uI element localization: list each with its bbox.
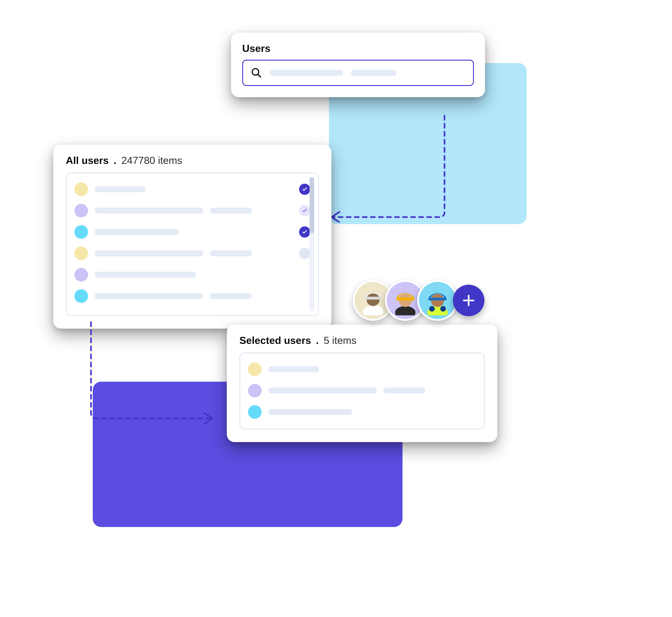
search-placeholder-seg: [351, 70, 396, 76]
text-placeholder: [268, 409, 352, 415]
text-placeholder: [210, 293, 252, 299]
list-item[interactable]: [73, 264, 312, 285]
users-card-title: Users: [242, 42, 474, 60]
avatar-dot-icon: [74, 204, 88, 217]
list-item[interactable]: [247, 401, 477, 423]
svg-rect-7: [396, 297, 414, 300]
avatar-dot-icon: [74, 182, 88, 196]
avatar-dot-icon: [74, 289, 88, 303]
checkbox-partial-icon[interactable]: [299, 205, 310, 216]
search-placeholder-seg: [270, 70, 343, 76]
selected-users-card: Selected users . 5 items: [227, 325, 497, 442]
separator-dot: .: [311, 335, 324, 346]
text-placeholder: [268, 366, 319, 372]
list-item[interactable]: [247, 359, 477, 380]
svg-line-1: [258, 74, 261, 77]
text-placeholder: [95, 293, 203, 299]
all-users-count: 247780 items: [121, 155, 182, 166]
avatar[interactable]: [417, 280, 458, 321]
avatar-dot-icon: [248, 384, 262, 397]
avatar-dot-icon: [248, 405, 262, 419]
text-placeholder: [383, 388, 425, 394]
svg-point-2: [363, 305, 383, 315]
text-placeholder: [95, 229, 179, 235]
avatar-dot-icon: [74, 246, 88, 260]
svg-point-12: [440, 306, 446, 312]
list-item[interactable]: [73, 179, 312, 200]
checkbox-checked-icon[interactable]: [299, 184, 310, 195]
svg-rect-10: [428, 297, 447, 300]
all-users-card: All users . 247780 items: [53, 145, 331, 329]
selected-users-count: 5 items: [324, 335, 356, 346]
list-item[interactable]: [73, 200, 312, 221]
users-search-card: Users: [231, 33, 485, 97]
separator-dot: .: [109, 155, 121, 166]
avatar-dot-icon: [74, 225, 88, 239]
all-users-scrollbox[interactable]: [66, 173, 319, 316]
list-item[interactable]: [73, 243, 312, 264]
scrollbar-thumb[interactable]: [310, 177, 314, 233]
svg-rect-4: [365, 297, 381, 299]
text-placeholder: [268, 388, 377, 394]
list-item[interactable]: [247, 380, 477, 401]
text-placeholder: [210, 208, 252, 214]
avatar-dot-icon: [74, 268, 88, 281]
svg-point-5: [395, 306, 416, 315]
svg-point-11: [429, 306, 435, 312]
all-users-title: All users: [66, 155, 109, 166]
list-item[interactable]: [73, 221, 312, 243]
avatar-strip: [353, 280, 484, 321]
add-user-button[interactable]: [453, 285, 484, 316]
selected-users-scrollbox[interactable]: [239, 353, 485, 429]
checkbox-unchecked-icon[interactable]: [299, 248, 310, 259]
selected-users-title: Selected users: [239, 335, 311, 346]
plus-icon: [461, 293, 476, 308]
avatar-dot-icon: [248, 363, 262, 376]
search-input[interactable]: [242, 60, 474, 86]
text-placeholder: [95, 186, 145, 192]
checkbox-checked-icon[interactable]: [299, 226, 310, 238]
list-item[interactable]: [73, 285, 312, 307]
search-icon: [251, 67, 262, 78]
text-placeholder: [95, 272, 196, 278]
text-placeholder: [95, 208, 203, 214]
text-placeholder: [210, 250, 252, 256]
text-placeholder: [95, 250, 203, 256]
